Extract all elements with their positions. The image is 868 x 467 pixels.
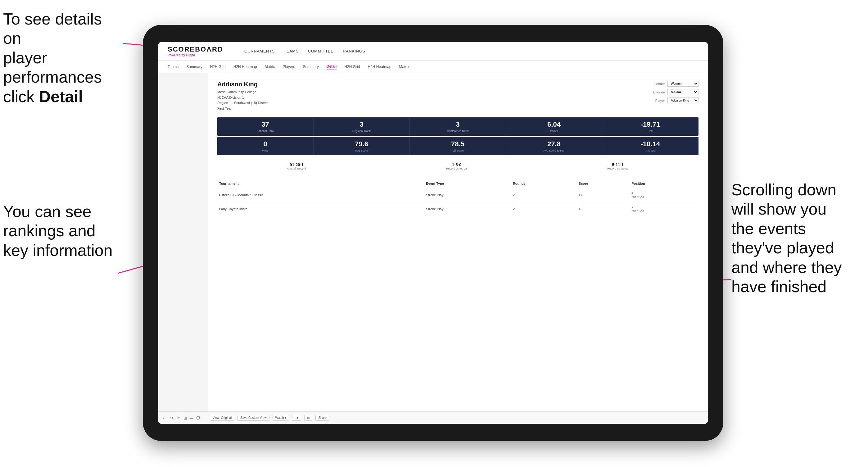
- bottom-toolbar: ↩ ↪ ⟳ ⊞ – ⏱ View: Original Save Custom V…: [158, 411, 708, 424]
- player-year: First Year: [217, 106, 268, 112]
- score-2: 16: [577, 202, 629, 216]
- player-division: NJCAA Division 1: [217, 95, 268, 101]
- division-row: Division NJCAA I: [646, 89, 699, 95]
- grid-btn[interactable]: ⊞: [304, 415, 312, 421]
- gender-label: Gender: [646, 82, 665, 86]
- app-content: SCOREBOARD Powered by clippd TOURNAMENTS…: [158, 42, 708, 424]
- stats-grid-row1: 37 National Rank 3 Regional Rank 3 Confe…: [217, 117, 699, 136]
- grid-icon[interactable]: ⊞: [183, 415, 187, 421]
- stat-conference-rank: 3 Conference Rank: [410, 117, 506, 136]
- position-1: 4 out of 20: [629, 188, 699, 202]
- sub-nav-detail[interactable]: Detail: [327, 63, 337, 70]
- sub-nav-h2h-grid2[interactable]: H2H Grid: [344, 64, 360, 70]
- col-empty: [409, 179, 424, 188]
- share-btn[interactable]: Share: [315, 415, 330, 421]
- player-name: Addison King: [217, 81, 268, 88]
- annotation-bottom-left: You can see rankings and key information: [3, 202, 121, 260]
- minus-icon[interactable]: –: [190, 415, 193, 421]
- timer-icon[interactable]: ⏱: [196, 415, 200, 421]
- tournament-name-2: Lady Coyote Invite: [217, 202, 409, 216]
- col-tournament: Tournament: [217, 179, 409, 188]
- division-select[interactable]: NJCAA I: [668, 89, 699, 95]
- save-custom-view-btn[interactable]: Save Custom View: [238, 415, 269, 421]
- player-controls: Gender Women Division NJCAA I: [646, 81, 699, 111]
- top-nav: SCOREBOARD Powered by clippd TOURNAMENTS…: [158, 42, 708, 61]
- table-row: Lady Coyote Invite Stroke Play 2 16 7 ou…: [217, 202, 699, 216]
- col-rounds: Rounds: [511, 179, 577, 188]
- annotation-top-left: To see details on player performances cl…: [3, 9, 121, 106]
- main-content: Addison King Mesa Community College NJCA…: [158, 73, 708, 411]
- sub-nav-teams[interactable]: Teams: [168, 64, 179, 70]
- watch-btn[interactable]: Watch ▾: [273, 415, 289, 421]
- nav-committee[interactable]: COMMITTEE: [308, 47, 334, 55]
- nav-rankings[interactable]: RANKINGS: [343, 47, 365, 55]
- watch-label: Watch ▾: [275, 416, 286, 419]
- stat-regional-rank: 3 Regional Rank: [314, 117, 410, 136]
- division-label: Division: [646, 90, 665, 94]
- col-score: Score: [577, 179, 629, 188]
- undo-icon[interactable]: ↩: [163, 415, 167, 421]
- event-type-1: Stroke Play: [424, 188, 511, 202]
- screen-label: □▾: [295, 416, 298, 419]
- sub-nav-summary[interactable]: Summary: [186, 64, 202, 70]
- content-panel: Addison King Mesa Community College NJCA…: [208, 73, 708, 411]
- sub-nav-summary2[interactable]: Summary: [303, 64, 318, 70]
- sub-nav-h2h-grid[interactable]: H2H Grid: [210, 64, 226, 70]
- stats-grid-row2: 0 Wins 79.6 Avg Score 78.5 Adj Score 2: [217, 137, 699, 155]
- logo-powered: Powered by clippd: [168, 54, 223, 57]
- stat-adj-score: 78.5 Adj Score: [410, 137, 506, 155]
- stat-wins: 0 Wins: [217, 137, 314, 155]
- toolbar-separator: [205, 415, 205, 421]
- record-top25: 1-5-0 Record vs top 25: [446, 162, 467, 170]
- record-top50: 5-11-1 Record vs top 50: [607, 162, 628, 170]
- player-select[interactable]: Addison King: [668, 97, 699, 103]
- sub-nav-h2h-heatmap2[interactable]: H2H Heatmap: [368, 64, 391, 70]
- sub-nav-players[interactable]: Players: [282, 64, 295, 70]
- logo-area: SCOREBOARD Powered by clippd: [168, 45, 223, 57]
- stat-sos: -19.71 SoS: [602, 117, 699, 136]
- position-2: 7 out of 20: [629, 202, 699, 216]
- sidebar-space: [158, 73, 208, 411]
- player-row: Player Addison King: [646, 97, 699, 103]
- redo-icon[interactable]: ↪: [170, 415, 174, 421]
- rounds-2: 2: [511, 202, 577, 216]
- tablet-screen: SCOREBOARD Powered by clippd TOURNAMENTS…: [158, 42, 708, 424]
- grid-label: ⊞: [307, 416, 310, 419]
- logo-scoreboard: SCOREBOARD: [168, 45, 223, 54]
- sub-nav: Teams Summary H2H Grid H2H Heatmap Matri…: [158, 61, 708, 73]
- stat-avg-score-par: 27.8 Avg Score to Par: [506, 137, 602, 155]
- view-original-label: View: Original: [213, 416, 232, 419]
- stat-avg-score: 79.6 Avg Score: [314, 137, 410, 155]
- stat-national-rank: 37 National Rank: [217, 117, 314, 136]
- col-event-type: Event Type: [424, 179, 511, 188]
- col-position: Position: [629, 179, 699, 188]
- nav-teams[interactable]: TEAMS: [284, 47, 299, 55]
- tablet-frame: SCOREBOARD Powered by clippd TOURNAMENTS…: [143, 25, 723, 441]
- player-header: Addison King Mesa Community College NJCA…: [217, 81, 699, 111]
- stat-points: 6.04 Points: [506, 117, 602, 136]
- player-college: Mesa Community College: [217, 89, 268, 95]
- sub-nav-matrix[interactable]: Matrix: [265, 64, 275, 70]
- gender-select[interactable]: Women: [668, 81, 699, 87]
- annotation-right: Scrolling down will show you the events …: [732, 180, 862, 296]
- tournament-empty-2: [409, 202, 424, 216]
- table-row: Estella CC- Mountain Classic Stroke Play…: [217, 188, 699, 202]
- view-original-btn[interactable]: View: Original: [210, 415, 235, 421]
- stat-avg-sg: -10.14 Avg SG: [602, 137, 699, 155]
- gender-row: Gender Women: [646, 81, 699, 87]
- tournament-name-1: Estella CC- Mountain Classic: [217, 188, 409, 202]
- refresh-icon[interactable]: ⟳: [177, 415, 180, 421]
- player-info: Addison King Mesa Community College NJCA…: [217, 81, 268, 111]
- player-region: Region 1 - Southwest (18) District: [217, 100, 268, 106]
- tournament-table: Tournament Event Type Rounds Score Posit…: [217, 179, 699, 216]
- screen-btn[interactable]: □▾: [292, 415, 301, 421]
- records-row: 91-20-1 Overall Record 1-5-0 Record vs t…: [217, 160, 699, 173]
- nav-tournaments[interactable]: TOURNAMENTS: [242, 47, 275, 55]
- rounds-1: 2: [511, 188, 577, 202]
- share-label: Share: [318, 416, 327, 419]
- nav-items: TOURNAMENTS TEAMS COMMITTEE RANKINGS: [242, 47, 365, 55]
- sub-nav-h2h-heatmap[interactable]: H2H Heatmap: [234, 64, 257, 70]
- sub-nav-matrix2[interactable]: Matrix: [399, 64, 409, 70]
- record-overall: 91-20-1 Overall Record: [287, 162, 306, 170]
- event-type-2: Stroke Play: [424, 202, 511, 216]
